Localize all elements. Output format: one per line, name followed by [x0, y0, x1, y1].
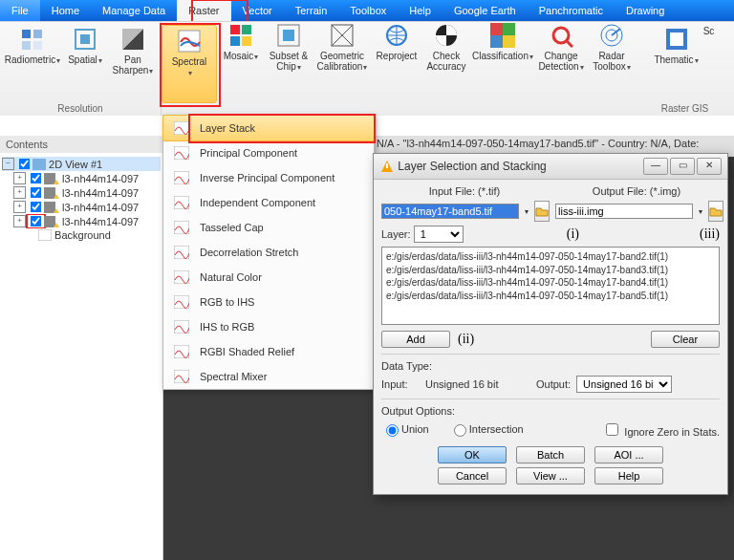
spectral-item-decorrelation-stretch[interactable]: Decorrelation Stretch: [163, 240, 374, 265]
clear-button[interactable]: Clear: [651, 331, 720, 348]
spectral-item-icon: [173, 220, 190, 235]
output-file-label: Output File: (*.img): [553, 185, 720, 197]
tree-layer[interactable]: + l3-nh44m14-097: [2, 200, 161, 214]
layer-select[interactable]: 1: [414, 226, 464, 243]
help-button[interactable]: Help: [594, 467, 663, 485]
tree-background[interactable]: Background: [2, 228, 161, 242]
spectral-item-rgbi-shaded-relief[interactable]: RGBI Shaded Relief: [163, 339, 374, 364]
expander-icon[interactable]: +: [13, 186, 26, 199]
thematic-icon: [663, 26, 690, 53]
layer-checkbox[interactable]: [31, 202, 42, 213]
svg-rect-53: [386, 163, 388, 168]
menu-vector[interactable]: Vector: [231, 0, 284, 21]
svg-rect-31: [32, 159, 46, 170]
svg-rect-10: [242, 25, 251, 34]
batch-button[interactable]: Batch: [516, 446, 585, 463]
maximize-button[interactable]: ▭: [670, 158, 695, 175]
output-file-field[interactable]: [555, 204, 693, 219]
ribbon-classification[interactable]: Classification▾: [471, 22, 534, 116]
reproject-icon: [383, 22, 410, 49]
expander-icon[interactable]: +: [13, 172, 26, 184]
browse-output-button[interactable]: [708, 201, 723, 222]
menu-panchromatic[interactable]: Panchromatic: [528, 0, 615, 21]
ribbon-check-accuracy[interactable]: Check Accuracy: [421, 22, 471, 116]
layer-label: l3-nh44m14-097: [62, 216, 139, 227]
radio-intersection[interactable]: Intersection: [449, 421, 524, 437]
menu-terrain[interactable]: Terrain: [284, 0, 339, 21]
ribbon-reproject[interactable]: Reproject: [372, 22, 421, 116]
expander-icon[interactable]: +: [13, 201, 26, 213]
spectral-item-spectral-mixer[interactable]: Spectral Mixer: [163, 364, 374, 389]
svg-line-25: [566, 40, 572, 47]
data-type-label: Data Type:: [381, 360, 720, 372]
aoi-button[interactable]: AOI ...: [594, 446, 663, 463]
spectral-item-tasseled-cap[interactable]: Tasseled Cap: [163, 215, 374, 240]
ribbon-scientific[interactable]: Sc: [701, 26, 718, 65]
tree-layer[interactable]: + l3-nh44m14-097: [2, 185, 161, 200]
menu-raster[interactable]: Raster: [177, 0, 230, 21]
spectral-item-label: Decorrelation Stretch: [200, 247, 298, 258]
svg-rect-40: [38, 229, 52, 241]
radio-union[interactable]: Union: [381, 421, 429, 437]
expander-icon[interactable]: +: [13, 215, 26, 227]
ignore-zero-checkbox[interactable]: Ignore Zero in Stats.: [602, 420, 720, 439]
ribbon-spectral[interactable]: Spectral▾: [162, 25, 217, 103]
svg-rect-11: [230, 36, 240, 46]
ribbon-subset-chip[interactable]: Subset & Chip▾: [265, 22, 313, 116]
input-dt-label: Input:: [381, 378, 420, 390]
expander-icon[interactable]: −: [2, 158, 14, 170]
tree-layer[interactable]: + l3-nh44m14-097: [2, 171, 161, 185]
view-label: 2D View #1: [49, 159, 102, 170]
add-button[interactable]: Add: [381, 331, 450, 348]
spectral-item-ihs-to-rgb[interactable]: IHS to RGB: [163, 314, 374, 339]
svg-rect-23: [503, 35, 515, 48]
input-file-field[interactable]: [381, 204, 519, 219]
menu-manage-data[interactable]: Manage Data: [91, 0, 177, 21]
menu-google-earth[interactable]: Google Earth: [443, 0, 528, 21]
spectral-item-label: RGB to IHS: [200, 296, 254, 308]
cancel-button[interactable]: Cancel: [438, 467, 507, 485]
menu-file[interactable]: File: [0, 0, 40, 21]
accuracy-icon: [433, 22, 460, 49]
ribbon-spatial[interactable]: Spatial▾: [62, 26, 108, 75]
ribbon-radiometric[interactable]: Radiometric▾: [3, 26, 62, 75]
ribbon-mosaic[interactable]: Mosaic▾: [217, 22, 265, 116]
dialog-titlebar[interactable]: Layer Selection and Stacking — ▭ ✕: [374, 154, 727, 180]
file-list[interactable]: e:/gis/erdas/data/liss-iii/l3-nh44m14-09…: [381, 247, 720, 325]
menu-drawing[interactable]: Drawing: [615, 0, 676, 21]
bg-label: Background: [54, 229, 111, 241]
tree-layer[interactable]: + l3-nh44m14-097: [2, 214, 161, 228]
view-checkbox[interactable]: [19, 159, 31, 170]
spectral-item-principal-component[interactable]: Principal Component: [163, 140, 374, 165]
tree-view[interactable]: − 2D View #1: [2, 157, 161, 171]
browse-input-button[interactable]: [534, 201, 550, 222]
layer-checkbox[interactable]: [31, 216, 42, 227]
spectral-item-rgb-to-ihs[interactable]: RGB to IHS: [163, 290, 374, 314]
view-button[interactable]: View ...: [516, 467, 585, 485]
svg-rect-36: [44, 202, 55, 213]
layer-checkbox[interactable]: [31, 173, 42, 184]
ribbon-pan-sharpen[interactable]: Pan Sharpen▾: [108, 26, 158, 75]
ribbon-radar-toolbox[interactable]: Radar Toolbox▾: [588, 22, 636, 116]
output-dt-select[interactable]: Unsigned 16 bit: [576, 376, 672, 393]
close-button[interactable]: ✕: [697, 158, 722, 175]
svg-rect-38: [44, 216, 55, 227]
change-detection-icon: [548, 22, 574, 49]
menu-toolbox[interactable]: Toolbox: [338, 0, 398, 21]
ok-button[interactable]: OK: [438, 446, 507, 463]
spectral-item-inverse-principal-component[interactable]: Inverse Principal Component: [163, 165, 374, 190]
menu-help[interactable]: Help: [398, 0, 443, 21]
ribbon-geometric-calibration[interactable]: Geometric Calibration▾: [313, 22, 372, 116]
spectral-item-natural-color[interactable]: Natural Color: [163, 265, 374, 290]
spectral-item-independent-component[interactable]: Independent Component: [163, 190, 374, 215]
ribbon-thematic[interactable]: Thematic▾: [653, 26, 701, 65]
minimize-button[interactable]: —: [643, 158, 668, 175]
spatial-icon: [72, 26, 98, 53]
spectral-item-layer-stack[interactable]: Layer Stack: [162, 115, 375, 141]
view-icon: [32, 159, 46, 170]
svg-rect-0: [22, 30, 31, 38]
ribbon-change-detection[interactable]: Change Detection▾: [534, 22, 588, 116]
menubar: File Home Manage Data Raster Vector Terr…: [0, 0, 734, 21]
layer-checkbox[interactable]: [31, 187, 42, 199]
menu-home[interactable]: Home: [40, 0, 91, 21]
